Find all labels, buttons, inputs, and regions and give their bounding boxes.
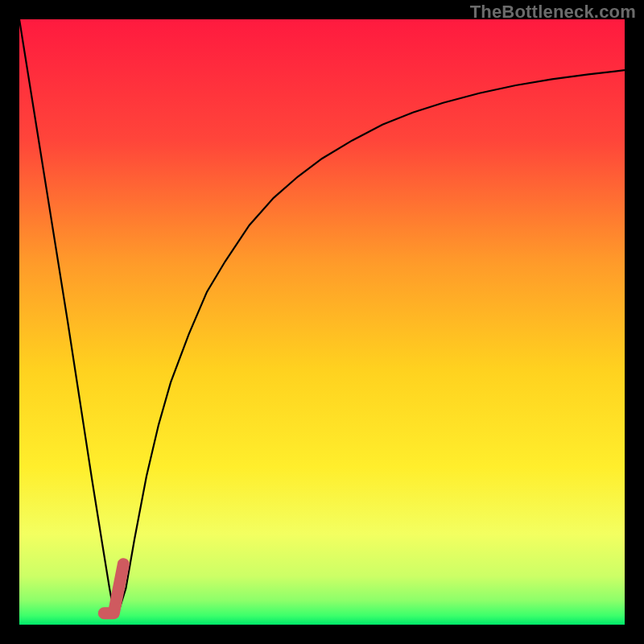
gradient-background: [19, 19, 625, 625]
plot-area: [19, 19, 625, 625]
watermark-text: TheBottleneck.com: [470, 2, 636, 23]
chart-frame: TheBottleneck.com: [0, 0, 644, 644]
chart-svg: [19, 19, 625, 625]
